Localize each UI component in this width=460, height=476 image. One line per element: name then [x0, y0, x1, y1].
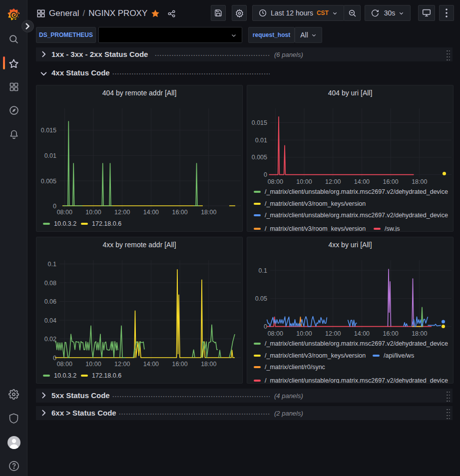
svg-text:0.1: 0.1 — [48, 261, 56, 268]
svg-text:18:00: 18:00 — [201, 361, 216, 368]
svg-text:0.005: 0.005 — [41, 178, 56, 185]
svg-text:16:00: 16:00 — [172, 209, 187, 216]
svg-text:08:00: 08:00 — [57, 209, 72, 216]
svg-text:0.01: 0.01 — [44, 152, 56, 159]
svg-text:14:00: 14:00 — [143, 361, 159, 368]
svg-text:10:00: 10:00 — [85, 361, 101, 368]
svg-text:16:00: 16:00 — [172, 361, 187, 368]
svg-text:0.015: 0.015 — [41, 127, 56, 134]
svg-text:08:00: 08:00 — [57, 361, 72, 368]
svg-text:0.04: 0.04 — [44, 317, 56, 324]
svg-text:0.02: 0.02 — [44, 336, 56, 343]
svg-text:0.06: 0.06 — [44, 298, 56, 305]
svg-text:0.08: 0.08 — [44, 280, 56, 287]
svg-text:12:00: 12:00 — [114, 361, 130, 368]
svg-text:12:00: 12:00 — [114, 209, 130, 216]
svg-text:10:00: 10:00 — [85, 209, 101, 216]
svg-text:18:00: 18:00 — [201, 209, 216, 216]
svg-text:14:00: 14:00 — [143, 209, 159, 216]
svg-text:0: 0 — [53, 203, 56, 210]
